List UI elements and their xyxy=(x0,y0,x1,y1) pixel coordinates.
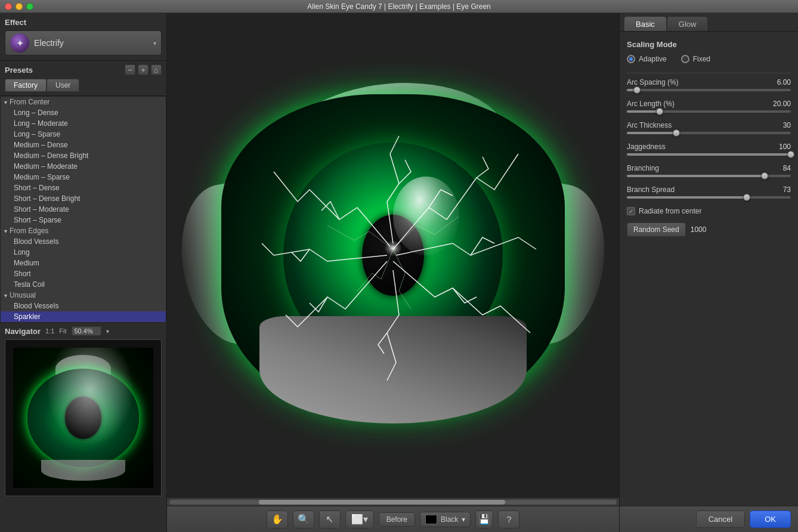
jaggedness-track[interactable] xyxy=(627,153,791,156)
group-from-edges[interactable]: ▾ From Edges xyxy=(1,225,166,236)
zoom-fit[interactable]: Fit xyxy=(59,327,66,335)
cancel-button[interactable]: Cancel xyxy=(696,511,745,528)
branch-spread-thumb[interactable] xyxy=(743,194,750,201)
hand-tool-button[interactable]: ✋ xyxy=(267,511,288,528)
arc-thickness-track[interactable] xyxy=(627,132,791,134)
navigator-title: Navigator xyxy=(5,327,41,336)
presets-list[interactable]: ▾ From Center Long – Dense Long – Modera… xyxy=(0,96,166,323)
zoom-input[interactable] xyxy=(72,326,101,336)
canvas-viewport[interactable] xyxy=(167,13,619,497)
effect-dropdown-arrow: ▾ xyxy=(153,40,156,47)
zoom-1-1[interactable]: 1:1 xyxy=(45,327,54,335)
scrollbar-thumb[interactable] xyxy=(259,500,505,505)
list-item-selected[interactable]: Sparkler xyxy=(1,311,166,322)
presets-minus-button[interactable]: − xyxy=(125,64,135,75)
presets-home-button[interactable]: ⌂ xyxy=(151,64,162,75)
list-item[interactable]: Long – Sparse xyxy=(1,129,166,140)
traffic-lights xyxy=(5,3,33,10)
arc-spacing-thumb[interactable] xyxy=(633,86,641,94)
list-item[interactable]: Long – Dense xyxy=(1,107,166,118)
canvas-content xyxy=(184,47,602,464)
branching-value: 84 xyxy=(783,164,791,172)
nav-preview-inner xyxy=(13,348,153,488)
presets-plus-button[interactable]: + xyxy=(138,64,149,75)
jaggedness-fill xyxy=(627,153,791,156)
branching-thumb[interactable] xyxy=(761,172,768,180)
list-item[interactable]: Short – Moderate xyxy=(1,204,166,215)
presets-title: Presets xyxy=(5,66,122,75)
list-item[interactable]: Blood Vessels xyxy=(1,301,166,311)
shape-tool-button[interactable]: ⬜ ▾ xyxy=(345,511,374,528)
tab-factory[interactable]: Factory xyxy=(5,79,47,91)
right-tabs: Basic Glow xyxy=(620,13,798,32)
maximize-button[interactable] xyxy=(26,3,33,10)
jaggedness-header: Jaggedness 100 xyxy=(627,143,791,151)
jaggedness-thumb[interactable] xyxy=(787,151,794,158)
left-panel: Effect ✦ Electrify ▾ Presets − + ⌂ Facto… xyxy=(0,13,167,532)
divider xyxy=(627,73,791,73)
effect-title: Effect xyxy=(5,18,162,27)
save-button[interactable]: 💾 xyxy=(475,511,493,528)
branch-spread-track[interactable] xyxy=(627,196,791,199)
radiate-checkbox[interactable]: ✓ xyxy=(627,207,635,215)
list-item[interactable]: Long – Moderate xyxy=(1,118,166,129)
window-title: Alien Skin Eye Candy 7 | Electrify | Exa… xyxy=(307,2,490,11)
arc-length-track[interactable] xyxy=(627,110,791,113)
radiate-label: Radiate from center xyxy=(639,207,701,215)
select-tool-button[interactable]: ↖ xyxy=(319,511,341,528)
arc-length-thumb[interactable] xyxy=(656,108,663,115)
navigator-header: Navigator 1:1 Fit ▾ xyxy=(5,326,162,336)
list-item[interactable]: Blood Vessels xyxy=(1,236,166,247)
scrollbar-track[interactable] xyxy=(169,500,617,505)
arc-spacing-value: 6.00 xyxy=(777,78,791,86)
minimize-button[interactable] xyxy=(16,3,23,10)
effect-selector[interactable]: ✦ Electrify ▾ xyxy=(5,30,162,55)
tab-glow[interactable]: Glow xyxy=(667,17,708,31)
arc-length-label: Arc Length (%) xyxy=(627,100,675,108)
before-button[interactable]: Before xyxy=(379,512,415,527)
group-from-center[interactable]: ▾ From Center xyxy=(1,97,166,107)
radiate-checkbox-row: ✓ Radiate from center xyxy=(627,207,791,215)
black-swatch xyxy=(425,515,437,524)
list-item[interactable]: Medium – Dense Bright xyxy=(1,150,166,161)
effect-icon: ✦ xyxy=(10,33,29,52)
jaggedness-slider-row: Jaggedness 100 xyxy=(627,143,791,156)
list-item[interactable]: Medium – Dense xyxy=(1,140,166,150)
list-item[interactable]: Medium – Moderate xyxy=(1,161,166,172)
group-unusual[interactable]: ▾ Unusual xyxy=(1,290,166,301)
list-item[interactable]: Short xyxy=(1,268,166,279)
ok-button[interactable]: OK xyxy=(750,511,791,528)
effect-section: Effect ✦ Electrify ▾ xyxy=(0,13,166,61)
zoom-tool-button[interactable]: 🔍 xyxy=(293,511,314,528)
list-item[interactable]: Tesla Coil xyxy=(1,279,166,290)
help-button[interactable]: ? xyxy=(498,511,519,528)
presets-header: Presets − + ⌂ xyxy=(5,64,162,75)
branch-spread-fill xyxy=(627,196,747,199)
adaptive-radio-dot xyxy=(629,57,633,61)
tab-basic[interactable]: Basic xyxy=(624,17,666,31)
random-seed-button[interactable]: Random Seed xyxy=(627,222,686,237)
fixed-radio[interactable]: Fixed xyxy=(681,55,710,63)
adaptive-radio[interactable]: Adaptive xyxy=(627,55,667,63)
list-item[interactable]: Short – Sparse xyxy=(1,215,166,225)
zoom-dropdown-arrow[interactable]: ▾ xyxy=(106,328,109,335)
arc-thickness-thumb[interactable] xyxy=(673,129,680,137)
arc-spacing-track[interactable] xyxy=(627,89,791,91)
list-item[interactable]: Short – Dense xyxy=(1,183,166,193)
branching-track[interactable] xyxy=(627,175,791,177)
list-item[interactable]: Medium – Sparse xyxy=(1,172,166,183)
bottom-buttons: Cancel OK xyxy=(620,506,798,532)
seed-value: 1000 xyxy=(691,225,707,234)
black-color-button[interactable]: Black ▾ xyxy=(420,512,471,527)
adaptive-radio-circle xyxy=(627,55,635,63)
shape-icon: ⬜ xyxy=(351,514,363,525)
canvas-scrollbar[interactable] xyxy=(167,497,619,506)
fixed-radio-circle xyxy=(681,55,689,63)
list-item[interactable]: Short – Dense Bright xyxy=(1,193,166,204)
list-item[interactable]: Medium xyxy=(1,258,166,268)
list-item[interactable]: Long xyxy=(1,247,166,258)
black-dropdown-arrow: ▾ xyxy=(462,515,465,524)
navigator-preview xyxy=(5,339,162,496)
close-button[interactable] xyxy=(5,3,12,10)
tab-user[interactable]: User xyxy=(47,79,79,91)
